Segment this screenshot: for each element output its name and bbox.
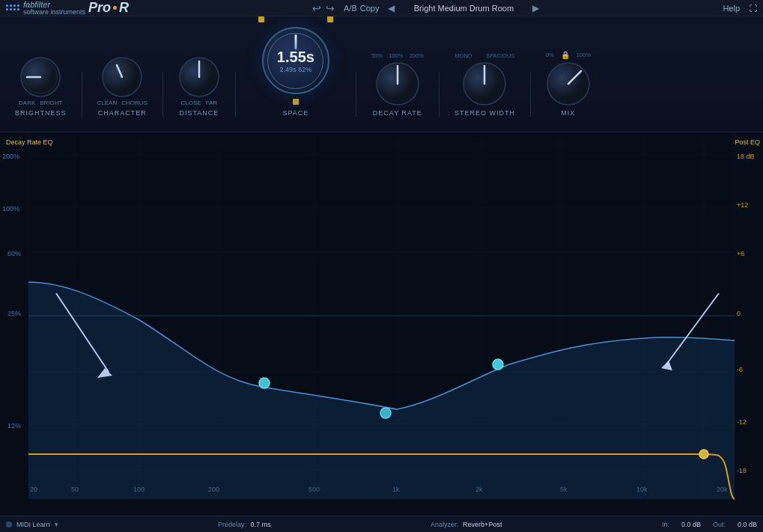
midi-indicator — [6, 522, 12, 528]
svg-text:-6: -6 — [737, 366, 743, 373]
character-knob[interactable] — [101, 56, 143, 98]
space-title: SPACE — [282, 109, 308, 117]
svg-text:-12: -12 — [737, 418, 747, 426]
decay-rate-knob[interactable] — [375, 61, 420, 106]
midi-learn-label[interactable]: MIDI Learn — [16, 521, 50, 528]
mix-section: 0% 🔒 100% MIX — [531, 51, 606, 117]
brightness-dark-label: DARK — [19, 100, 35, 106]
svg-text:20k: 20k — [717, 486, 728, 493]
space-value-display: 1.55s — [277, 49, 314, 66]
mix-title: MIX — [561, 109, 575, 117]
svg-text:200%: 200% — [2, 153, 19, 160]
character-section: CLEAN CHORUS CHARACTER — [82, 56, 162, 117]
brightness-title: BRIGHTNESS — [15, 109, 67, 117]
svg-text:100%: 100% — [2, 205, 19, 213]
stereo-width-section: MONO SPACIOUS STEREO WIDTH — [440, 52, 530, 117]
ab-section: A/B Copy — [344, 4, 379, 13]
eq-yellow-point[interactable] — [699, 450, 708, 459]
svg-text:500: 500 — [308, 486, 320, 493]
logo-sub-text: software instruments — [23, 9, 85, 16]
space-main-knob[interactable]: 1.55s 2.49s 62% — [262, 27, 329, 94]
brightness-section: DARK BRIGHT BRIGHTNESS — [0, 56, 82, 117]
analyzer-value[interactable]: Reverb+Post — [463, 521, 502, 528]
undo-button[interactable]: ↩ — [312, 2, 321, 14]
copy-button[interactable]: Copy — [360, 4, 380, 13]
analyzer-label: Analyzer: — [431, 521, 459, 528]
header-center: ↩ ↪ A/B Copy ◀ Bright Medium Drum Room ▶ — [312, 2, 539, 14]
distance-title: DISTANCE — [179, 109, 219, 117]
mix-lock-icon[interactable]: 🔒 — [561, 51, 570, 59]
svg-text:50: 50 — [71, 486, 79, 493]
distance-section: CLOSE FAR DISTANCE — [163, 56, 235, 117]
preset-next-button[interactable]: ▶ — [532, 3, 539, 13]
decay-200-label: 200% — [410, 52, 424, 59]
logo-icon — [6, 4, 20, 11]
help-button[interactable]: Help — [723, 4, 740, 13]
svg-text:20: 20 — [30, 486, 37, 493]
product-logo: Pro R — [88, 0, 129, 16]
space-knob-inner: 1.55s 2.49s 62% — [267, 33, 323, 89]
stereo-width-knob[interactable] — [462, 61, 507, 106]
preset-name-label: Bright Medium Drum Room — [404, 4, 523, 13]
eq-left-label: Decay Rate EQ — [6, 138, 53, 146]
stereo-width-title: STEREO WIDTH — [455, 109, 515, 117]
decay-50-label: 50% — [371, 52, 383, 59]
decay-section: 50% 100% 200% DECAY RATE — [356, 52, 439, 117]
svg-text:1k: 1k — [392, 486, 400, 493]
in-label: In: — [662, 521, 669, 528]
in-value: 0.0 dB — [681, 521, 701, 528]
logo-brand-text: fabfilter — [23, 0, 85, 9]
pro-text: Pro — [88, 0, 111, 16]
brightness-knob[interactable] — [19, 56, 61, 98]
expand-button[interactable]: ⛶ — [749, 4, 757, 13]
redo-button[interactable]: ↪ — [326, 2, 335, 14]
eq-svg: 200% 100% 60% 25% 12% 18 dB +12 +6 0 -6 … — [0, 132, 763, 516]
predelay-label: Predelay: — [218, 521, 246, 528]
space-handle-bottom[interactable] — [293, 99, 299, 105]
header-left: fabfilter software instruments Pro R — [6, 0, 129, 16]
space-handle-left[interactable] — [258, 16, 264, 22]
predelay-section: Predelay: 0.7 ms — [218, 521, 271, 528]
decay-100-label: 100% — [389, 52, 403, 59]
svg-text:10k: 10k — [636, 486, 648, 493]
svg-text:200: 200 — [208, 486, 219, 493]
logo-area: fabfilter software instruments Pro R — [6, 0, 129, 16]
svg-text:-18: -18 — [737, 467, 747, 474]
level-meters: In: 0.0 dB Out: 0.0 dB — [662, 521, 757, 528]
eq-point-2[interactable] — [380, 408, 391, 418]
svg-text:25%: 25% — [7, 310, 21, 317]
brightness-bright-label: BRIGHT — [40, 100, 62, 106]
svg-text:2k: 2k — [475, 486, 483, 493]
brightness-labels: DARK BRIGHT — [19, 100, 62, 106]
svg-text:+12: +12 — [737, 201, 748, 209]
analyzer-section: Analyzer: Reverb+Post — [431, 521, 502, 528]
mix-knob[interactable] — [546, 61, 591, 106]
svg-text:100: 100 — [133, 486, 145, 493]
distance-labels: CLOSE FAR — [181, 100, 218, 106]
distance-far-label: FAR — [206, 100, 218, 106]
mix-0-label: 0% — [546, 52, 554, 58]
svg-text:60%: 60% — [7, 250, 21, 257]
space-section: 1.55s 2.49s 62% SPACE — [236, 16, 356, 117]
character-clean-label: CLEAN — [97, 100, 118, 106]
bottom-left: MIDI Learn ▾ — [6, 521, 58, 528]
svg-text:18 dB: 18 dB — [737, 153, 755, 160]
spacious-label: SPACIOUS — [486, 52, 514, 59]
predelay-value[interactable]: 0.7 ms — [251, 521, 271, 528]
eq-display: Decay Rate EQ Post EQ — [0, 132, 763, 516]
eq-point-1[interactable] — [259, 378, 270, 388]
space-sub-display: 2.49s 62% — [280, 66, 312, 73]
svg-text:0: 0 — [737, 310, 741, 317]
svg-text:5k: 5k — [560, 486, 568, 493]
midi-dropdown-icon[interactable]: ▾ — [55, 521, 58, 528]
distance-knob[interactable] — [178, 56, 220, 98]
eq-point-3[interactable] — [493, 359, 503, 370]
out-value: 0.0 dB — [738, 521, 757, 528]
preset-prev-button[interactable]: ◀ — [388, 3, 395, 13]
undo-redo-group: ↩ ↪ — [312, 2, 335, 14]
bottom-bar: MIDI Learn ▾ Predelay: 0.7 ms Analyzer: … — [0, 516, 763, 532]
distance-close-label: CLOSE — [181, 100, 201, 106]
space-handle-right[interactable] — [327, 16, 333, 22]
svg-text:+6: +6 — [737, 250, 744, 257]
mix-100-label: 100% — [577, 52, 591, 58]
